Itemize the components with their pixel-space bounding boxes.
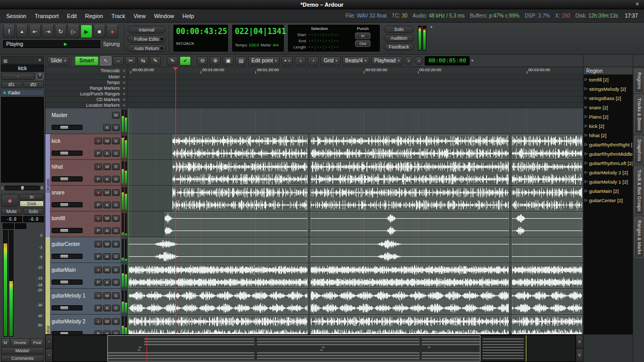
a-button-kick[interactable]: A [103, 150, 111, 157]
monitor-input-button[interactable]: In [20, 194, 44, 200]
play-range-button[interactable]: ▷ [68, 25, 79, 38]
next-marker-button[interactable]: › [414, 56, 423, 65]
record-arm-button-guitarmain[interactable]: ● [94, 267, 102, 273]
disclosure-triangle-icon[interactable] [585, 179, 587, 184]
g-button-kick[interactable]: G [112, 150, 120, 157]
play-button[interactable]: ▶ [81, 25, 92, 38]
ruler-area[interactable]: 00:00:20:0000:01:00:0000:01:20:0000:02:0… [127, 67, 583, 74]
ruler-expand-icon[interactable] [121, 92, 127, 96]
p-button-kick[interactable]: P [94, 150, 102, 157]
selection-end-value[interactable]: --:--:--:-- [308, 38, 339, 43]
region-item[interactable]: guitarMain [2] [584, 186, 633, 195]
s-button-hihat[interactable]: S [112, 163, 120, 170]
menu-window[interactable]: Window [150, 11, 178, 21]
fader-thumb[interactable] [60, 203, 68, 206]
region-item[interactable]: kick [2] [584, 121, 633, 130]
track-header-kick[interactable]: kick●MSPAG [45, 134, 128, 160]
ruler-cd-markers[interactable]: CD Markers [45, 97, 583, 103]
record-arm-button-hihat[interactable]: ● [94, 163, 102, 170]
disclosure-triangle-icon[interactable] [585, 142, 587, 146]
processor-fader-entry[interactable]: Fader [1, 89, 44, 96]
ruler-timecode[interactable]: Timecode00:00:20:0000:01:00:0000:01:20:0… [45, 67, 583, 74]
goto-end-button[interactable]: ⇥ [42, 25, 54, 38]
p-button-guitarmain[interactable]: P [94, 279, 102, 286]
region-item[interactable]: guitarCenter [2] [584, 195, 633, 205]
record-arm-button-kick[interactable]: ● [94, 138, 102, 144]
g-button-guitarmelody-2[interactable]: G [112, 331, 120, 335]
p-button-snare[interactable]: P [94, 202, 102, 208]
mute-button[interactable]: Mute [1, 208, 22, 215]
group-strip-guitar[interactable]: guitar [45, 237, 50, 334]
primary-clock[interactable]: 00:00:43:25 INT/JACK [173, 25, 228, 52]
track-fader-guitarmelody-1[interactable] [52, 305, 83, 310]
track-header-snare[interactable]: snare●MSPAG [45, 186, 128, 211]
tempo-value[interactable]: 120.0 [249, 43, 259, 47]
fader-thumb[interactable] [60, 229, 68, 232]
fader-thumb[interactable] [60, 255, 68, 258]
menu-help[interactable]: Help [179, 11, 199, 21]
track-header-guitarmelody-2[interactable]: guitarMelody 2●MSPAG [45, 315, 128, 334]
metronome-button[interactable]: ▲ [16, 25, 28, 38]
g-button-snare[interactable]: G [112, 202, 120, 208]
disclosure-triangle-icon[interactable] [585, 114, 587, 119]
ruler-expand-icon[interactable] [121, 80, 127, 85]
loop-button[interactable]: ↻ [55, 25, 67, 38]
track-fader-guitarcenter[interactable] [52, 254, 83, 259]
strip-tab-post[interactable]: Post [30, 338, 44, 347]
g-button-guitarcenter[interactable]: G [112, 253, 120, 260]
clock-menu-caret[interactable] [471, 58, 473, 63]
menu-track[interactable]: Track [107, 11, 130, 21]
g-button-tomfill[interactable]: G [112, 227, 120, 234]
ruler-area[interactable] [127, 97, 583, 102]
track-header-hihat[interactable]: hihat●MSPAG [45, 160, 128, 186]
menu-region[interactable]: Region [81, 11, 107, 21]
ruler-expand-icon[interactable] [121, 97, 127, 102]
fader-thumb[interactable] [60, 126, 68, 129]
stop-button[interactable]: ■ [93, 25, 105, 38]
meter-value[interactable]: 4/4 [273, 43, 279, 47]
follow-edits-toggle[interactable]: Follow Edits [127, 35, 166, 43]
menu-edit[interactable]: Edit [63, 11, 81, 21]
ruler-area[interactable] [127, 103, 583, 108]
fader-thumb[interactable] [60, 152, 68, 155]
selection-length-value[interactable]: --:--:--:-- [308, 44, 339, 50]
track-fader-guitarmelody-2[interactable] [52, 331, 83, 334]
ruler-range-markers[interactable]: Range Markers [45, 86, 583, 91]
m-button-hihat[interactable]: M [103, 163, 111, 170]
smart-mode-button[interactable]: Smart [75, 56, 99, 65]
a-button-guitarmelody-2[interactable]: A [103, 331, 111, 335]
snap-mode-combo[interactable]: Grid [320, 56, 340, 65]
region-item[interactable]: snare [2] [584, 103, 633, 112]
punch-in-button[interactable]: In [355, 32, 371, 39]
feedback-button[interactable]: Feedback [384, 43, 414, 51]
nudge-note-combo[interactable]: • [281, 56, 293, 65]
p-button-hihat[interactable]: P [94, 176, 102, 183]
strip-menu-button[interactable] [1, 56, 35, 64]
a-button-guitarmain[interactable]: A [103, 279, 111, 286]
m-button-snare[interactable]: M [103, 189, 111, 196]
summary-zoom-in-icon[interactable]: ∧ [576, 335, 583, 349]
g-button-master[interactable]: G [112, 124, 120, 131]
disclosure-triangle-icon[interactable] [585, 189, 587, 193]
zoom-out-icon[interactable]: ⊖ [197, 56, 208, 65]
strip-close-icon[interactable] [36, 56, 44, 64]
s-button-snare[interactable]: S [112, 189, 120, 196]
record-arm-button-snare[interactable]: ● [94, 189, 102, 196]
session-summary[interactable] [53, 335, 576, 362]
summary-view-rect[interactable] [107, 335, 480, 361]
strip-tab-drums[interactable]: Drums [10, 338, 30, 347]
a-button-hihat[interactable]: A [103, 176, 111, 183]
region-item[interactable]: guitarRhythmLeft [2] [584, 158, 633, 168]
track-fader-guitarmain[interactable] [52, 279, 83, 285]
strip-track-name[interactable]: kick [1, 64, 44, 72]
ruler-meter[interactable]: Meter [45, 74, 583, 80]
ruler-expand-icon[interactable] [121, 86, 127, 90]
fader-thumb[interactable] [60, 177, 68, 180]
zoom-fit-icon[interactable]: ▣ [222, 56, 234, 65]
ruler-loop-punch-ranges[interactable]: Loop/Punch Ranges [45, 91, 583, 97]
strip-tab-m[interactable]: M [1, 338, 10, 347]
selection-start-value[interactable]: --:--:--:-- [308, 32, 339, 37]
ruler-area[interactable] [127, 74, 583, 79]
edit-mode-combo[interactable]: Slide [47, 56, 69, 65]
zoom-selection-icon[interactable]: ▤ [235, 56, 247, 65]
